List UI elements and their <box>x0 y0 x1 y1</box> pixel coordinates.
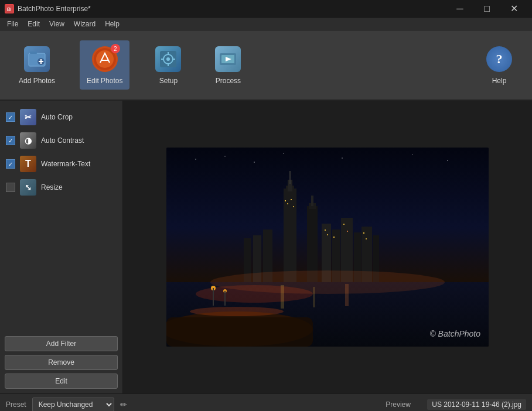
filter-checkbox-auto-crop[interactable]: ✓ <box>6 112 15 122</box>
toolbar: Add Photos 2 Edit Photos <box>0 30 532 101</box>
filter-item-auto-contrast[interactable]: ✓ ◑ Auto Contrast <box>0 129 122 152</box>
svg-rect-54 <box>343 224 345 225</box>
menu-help[interactable]: Help <box>100 19 124 29</box>
filter-icon-resize: ⤡ <box>20 179 36 196</box>
help-icon: ? <box>485 45 513 73</box>
svg-text:B: B <box>7 6 11 12</box>
filter-item-auto-crop[interactable]: ✓ ✂ Auto Crop <box>0 105 122 129</box>
svg-rect-62 <box>345 284 349 306</box>
preview-area: © BatchPhoto <box>123 101 532 393</box>
filter-name-auto-crop: Auto Crop <box>41 113 73 121</box>
setup-icon <box>154 45 182 73</box>
svg-rect-51 <box>325 230 326 231</box>
process-button[interactable]: Process <box>207 40 249 90</box>
svg-rect-55 <box>347 231 348 232</box>
window-controls: ─ □ ✕ <box>446 0 527 18</box>
app-title: BatchPhoto Enterprise* <box>18 5 446 13</box>
remove-filter-button[interactable]: Remove <box>5 355 118 370</box>
process-label: Process <box>216 77 241 85</box>
svg-point-63 <box>190 307 284 316</box>
svg-rect-57 <box>366 238 367 239</box>
svg-rect-53 <box>333 237 335 238</box>
menu-edit[interactable]: Edit <box>23 19 45 29</box>
svg-rect-56 <box>363 232 364 234</box>
minimize-button[interactable]: ─ <box>446 0 473 18</box>
add-filter-button[interactable]: Add Filter <box>5 336 118 351</box>
svg-rect-38 <box>293 206 294 207</box>
filter-item-resize[interactable]: ⤡ Resize <box>0 176 122 199</box>
setup-button[interactable]: Setup <box>147 40 189 90</box>
filter-checkbox-watermark-text[interactable]: ✓ <box>6 159 15 169</box>
add-photos-label: Add Photos <box>19 77 55 85</box>
preset-bar: Preset Keep Unchanged Custom ✏ Preview U… <box>0 393 532 411</box>
preview-label-text: Preview <box>386 400 418 409</box>
svg-rect-34 <box>289 171 291 184</box>
title-bar: B BatchPhoto Enterprise* ─ □ ✕ <box>0 0 532 18</box>
filter-item-watermark-text[interactable]: ✓ T Watermark-Text <box>0 152 122 176</box>
svg-rect-67 <box>224 291 226 306</box>
svg-point-26 <box>412 154 413 155</box>
help-label: Help <box>492 77 507 85</box>
svg-rect-35 <box>285 200 286 201</box>
preset-label: Preset <box>6 400 26 409</box>
svg-rect-36 <box>287 203 288 204</box>
filter-checkbox-resize[interactable] <box>6 183 15 192</box>
menu-view[interactable]: View <box>45 19 69 29</box>
left-panel: ✓ ✂ Auto Crop ✓ ◑ Auto Contrast ✓ T Wate… <box>0 101 123 393</box>
watermark-text: © BatchPhoto <box>429 329 480 338</box>
svg-rect-37 <box>291 199 292 200</box>
help-button[interactable]: ? Help <box>478 40 520 90</box>
edit-photos-badge: 2 <box>111 44 120 53</box>
edit-photos-button[interactable]: 2 Edit Photos <box>80 40 129 90</box>
svg-rect-3 <box>30 52 37 54</box>
svg-point-12 <box>166 57 170 61</box>
svg-point-24 <box>283 153 284 154</box>
app-icon: B <box>5 4 14 13</box>
svg-point-25 <box>342 157 343 159</box>
svg-rect-60 <box>281 285 284 309</box>
add-photos-button[interactable]: Add Photos <box>12 40 62 90</box>
filter-name-auto-contrast: Auto Contrast <box>41 136 84 145</box>
close-button[interactable]: ✕ <box>500 0 527 18</box>
setup-label: Setup <box>159 77 178 85</box>
edit-photos-label: Edit Photos <box>87 77 122 85</box>
menu-file[interactable]: File <box>2 19 23 29</box>
svg-rect-31 <box>284 189 296 282</box>
preset-edit-button[interactable]: ✏ <box>120 400 127 409</box>
svg-point-27 <box>447 160 448 161</box>
svg-point-22 <box>224 156 226 157</box>
filter-checkbox-auto-contrast[interactable]: ✓ <box>6 136 15 145</box>
preset-select[interactable]: Keep Unchanged Custom <box>32 398 114 412</box>
svg-rect-41 <box>311 196 313 206</box>
svg-point-23 <box>254 162 255 163</box>
svg-rect-61 <box>313 287 315 307</box>
filter-name-watermark-text: Watermark-Text <box>41 160 90 168</box>
filter-name-resize: Resize <box>41 183 63 191</box>
svg-rect-66 <box>213 288 214 306</box>
add-photos-icon <box>23 45 51 73</box>
edit-photos-icon: 2 <box>91 45 119 73</box>
process-icon <box>214 45 242 73</box>
filter-icon-watermark-text: T <box>20 156 36 172</box>
filter-icon-auto-contrast: ◑ <box>20 132 36 149</box>
preview-image: © BatchPhoto <box>166 148 489 347</box>
filter-list: ✓ ✂ Auto Crop ✓ ◑ Auto Contrast ✓ T Wate… <box>0 101 122 331</box>
preview-filename: US 2012-09-11 19-46 (2).jpg <box>427 399 526 410</box>
svg-rect-30 <box>166 317 313 347</box>
filter-icon-auto-crop: ✂ <box>20 109 36 125</box>
svg-rect-52 <box>327 234 328 235</box>
filter-buttons: Add Filter Remove Edit <box>0 331 122 393</box>
svg-point-21 <box>195 159 196 160</box>
menu-wizard[interactable]: Wizard <box>69 19 100 29</box>
edit-filter-button[interactable]: Edit <box>5 374 118 389</box>
menu-bar: File Edit View Wizard Help <box>0 18 532 30</box>
maximize-button[interactable]: □ <box>473 0 500 18</box>
main-content: ✓ ✂ Auto Crop ✓ ◑ Auto Contrast ✓ T Wate… <box>0 101 532 393</box>
